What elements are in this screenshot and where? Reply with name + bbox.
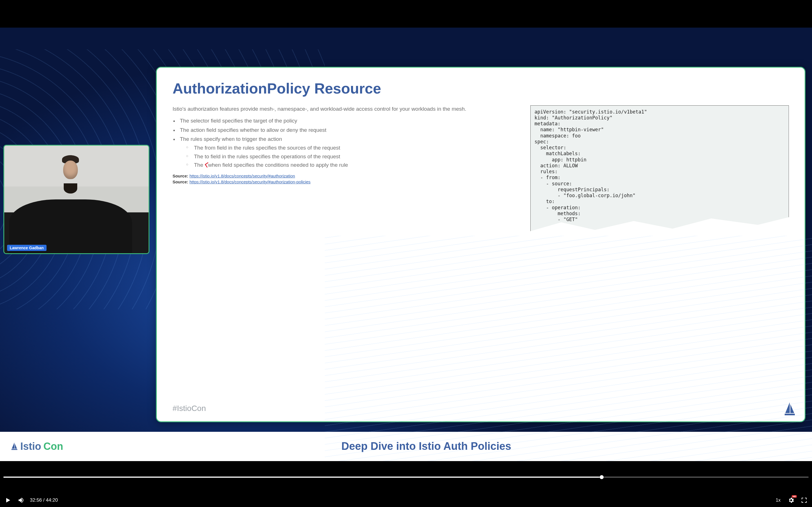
play-icon <box>4 497 11 504</box>
time-display: 32:56 / 44:20 <box>30 497 58 503</box>
talk-title: Deep Dive into Istio Auth Policies <box>97 440 812 452</box>
playback-speed-button[interactable]: 1x <box>774 496 782 504</box>
svg-rect-1 <box>11 449 17 450</box>
fullscreen-button[interactable] <box>800 496 808 504</box>
slide-intro: Istio's authorization features provide m… <box>172 105 522 113</box>
subbullet-from: The from field in the rules specifies th… <box>194 144 522 152</box>
seek-bar[interactable] <box>0 475 812 480</box>
source-link-2[interactable]: https://istio.io/v1.8/docs/concepts/secu… <box>190 179 310 184</box>
source-label-1: Source: <box>172 173 188 178</box>
slide-text-column: Istio's authorization features provide m… <box>172 105 522 399</box>
slide-code-column: apiVersion: "security.istio.io/v1beta1" … <box>530 105 789 399</box>
istiocon-logo: IstioCon <box>11 441 63 452</box>
yaml-code-snippet: apiVersion: "security.istio.io/v1beta1" … <box>530 105 789 233</box>
seek-knob[interactable] <box>600 475 604 479</box>
bullet-rules-text: The rules specify when to trigger the ac… <box>180 136 282 142</box>
istio-sail-icon <box>11 442 18 451</box>
gear-icon <box>788 497 795 504</box>
subbullet-to: The to field in the rules specifies the … <box>194 153 522 161</box>
bullet-action: The action field specifies whether to al… <box>180 126 522 134</box>
speaker-webcam: Lawrence Gadban <box>3 145 149 255</box>
current-time: 32:56 <box>30 497 42 503</box>
bullet-selector: The selector field specifies the target … <box>180 117 522 125</box>
subbullet-when: The when field specifies the conditions … <box>194 161 522 169</box>
fullscreen-icon <box>801 497 808 504</box>
istio-sail-icon <box>783 402 797 417</box>
presentation-slide: AuthorizationPolicy Resource Istio's aut… <box>156 67 806 422</box>
player-controls: 32:56 / 44:20 1x HD <box>0 493 812 507</box>
volume-button[interactable] <box>17 496 25 504</box>
play-button[interactable] <box>4 496 12 504</box>
duration: 44:20 <box>46 497 58 503</box>
svg-rect-0 <box>784 413 795 415</box>
video-frame: AuthorizationPolicy Resource Istio's aut… <box>0 27 812 461</box>
speaker-name-tag: Lawrence Gadban <box>7 245 47 251</box>
subbullet-when-post: when field specifies the conditions need… <box>208 162 348 168</box>
slide-hashtag: #IstioCon <box>172 404 789 413</box>
slide-title: AuthorizationPolicy Resource <box>172 80 789 97</box>
source-link-1[interactable]: https://istio.io/v1.8/docs/concepts/secu… <box>190 173 295 178</box>
subbullet-when-pre: The <box>194 162 205 168</box>
video-stage[interactable]: AuthorizationPolicy Resource Istio's aut… <box>0 0 812 493</box>
slide-sources: Source: https://istio.io/v1.8/docs/conce… <box>172 173 522 185</box>
lower-third-bar: IstioCon Deep Dive into Istio Auth Polic… <box>0 432 812 461</box>
source-label-2: Source: <box>172 179 188 184</box>
bullet-rules: The rules specify when to trigger the ac… <box>180 135 522 169</box>
brand-text-con: Con <box>43 441 63 452</box>
settings-button[interactable]: HD <box>787 496 795 504</box>
hd-badge: HD <box>792 495 797 498</box>
brand-text-istio: Istio <box>20 441 41 452</box>
volume-icon <box>17 497 24 504</box>
